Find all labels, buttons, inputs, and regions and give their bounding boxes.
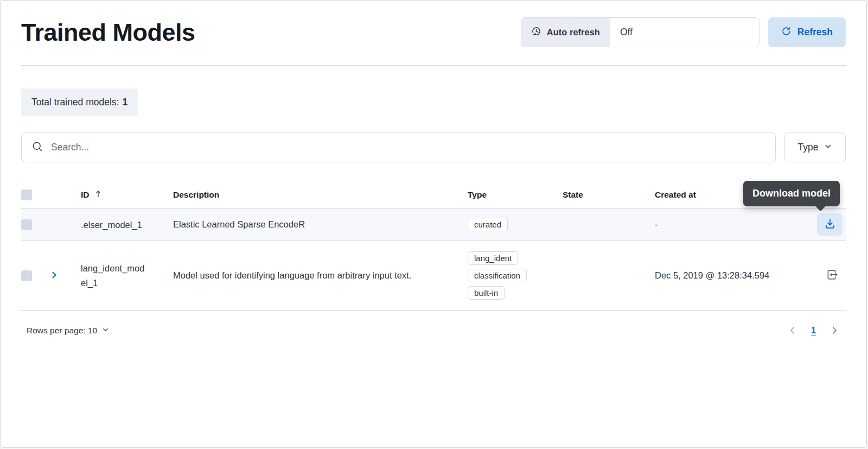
rows-per-page-button[interactable]: Rows per page: 10: [27, 326, 109, 336]
chevron-down-icon: [824, 142, 832, 153]
view-model-map-button[interactable]: [822, 266, 841, 286]
created-at-column-label: Created at: [655, 190, 696, 199]
total-models-label: Total trained models:: [31, 97, 119, 108]
model-id-cell: .elser_model_1: [81, 218, 173, 232]
chevron-right-icon: [49, 270, 59, 281]
type-column-label: Type: [468, 190, 487, 199]
page-number-1[interactable]: 1: [811, 326, 816, 336]
type-badge: classification: [468, 269, 527, 282]
header-checkbox-cell: [21, 189, 47, 200]
refresh-button[interactable]: Refresh: [768, 17, 846, 47]
total-models-value: 1: [122, 97, 127, 108]
download-model-button[interactable]: [817, 213, 843, 236]
table-footer: Rows per page: 10 1: [21, 325, 846, 336]
previous-page-button[interactable]: [787, 325, 798, 336]
row-expand-cell: [47, 268, 81, 283]
trained-models-page: Trained Models Auto refresh Off: [0, 0, 867, 448]
search-input[interactable]: [51, 142, 765, 153]
type-badge: built-in: [468, 286, 505, 300]
header-state-cell: State: [563, 190, 655, 200]
sort-by-id-header[interactable]: ID: [81, 189, 103, 200]
search-icon: [32, 141, 43, 154]
state-column-label: State: [563, 190, 583, 199]
type-filter-label: Type: [798, 142, 819, 153]
auto-refresh-value: Off: [620, 27, 633, 38]
model-id: lang_ident_model_1: [81, 263, 144, 287]
type-filter-button[interactable]: Type: [784, 132, 846, 162]
type-badge-stack: lang_ident classification built-in: [468, 251, 563, 300]
search-row: Type: [21, 132, 846, 162]
model-created-at: -: [655, 219, 658, 229]
next-page-button[interactable]: [829, 325, 840, 336]
tooltip-text: Download model: [752, 188, 831, 199]
type-badge: curated: [468, 218, 508, 231]
row-checkbox[interactable]: [21, 270, 32, 281]
model-description-cell: Elastic Learned Sparse EncodeR: [173, 215, 468, 234]
model-type-cell: curated: [468, 218, 563, 231]
refresh-label: Refresh: [797, 27, 833, 38]
header-id-cell: ID: [81, 189, 173, 200]
table-header-row: ID Description Type State: [21, 181, 846, 208]
trained-models-table: ID Description Type State: [21, 181, 846, 311]
refresh-icon: [781, 26, 792, 39]
header-description-cell: Description: [173, 190, 468, 200]
table-row: .elser_model_1 Elastic Learned Sparse En…: [21, 208, 846, 241]
auto-refresh-interval-input[interactable]: Off: [610, 18, 759, 47]
download-model-tooltip: Download model: [743, 181, 840, 206]
row-checkbox-cell: [21, 270, 47, 281]
chevron-down-icon: [102, 326, 109, 336]
model-created-at: Dec 5, 2019 @ 13:28:34.594: [655, 270, 769, 280]
arrow-up-icon: [94, 189, 103, 200]
clock-refresh-icon: [531, 26, 541, 39]
model-id: .elser_model_1: [81, 220, 142, 230]
total-models-badge: Total trained models: 1: [21, 88, 138, 116]
type-badge: lang_ident: [468, 251, 518, 265]
table-row: lang_ident_model_1 Model used for identi…: [21, 241, 846, 311]
row-checkbox-cell: [21, 219, 47, 230]
page-header: Trained Models Auto refresh Off: [1, 1, 866, 50]
map-icon: [825, 268, 838, 283]
pagination: 1: [787, 325, 840, 336]
search-box: [21, 132, 776, 162]
description-column-label: Description: [173, 190, 219, 199]
model-created-at-cell: -: [655, 219, 785, 230]
model-type-cell: lang_ident classification built-in: [468, 251, 563, 300]
auto-refresh-control: Auto refresh Off: [521, 17, 760, 47]
id-column-label: ID: [81, 190, 90, 200]
header-controls: Auto refresh Off Refresh: [521, 17, 846, 47]
row-checkbox[interactable]: [21, 219, 32, 230]
rows-per-page-label: Rows per page: 10: [27, 326, 97, 336]
auto-refresh-label: Auto refresh: [547, 27, 600, 37]
select-all-checkbox[interactable]: [21, 189, 32, 200]
model-description-cell: Model used for identifying language from…: [173, 266, 468, 285]
model-created-at-cell: Dec 5, 2019 @ 13:28:34.594: [655, 266, 785, 285]
page-title: Trained Models: [21, 15, 195, 50]
header-type-cell: Type: [468, 190, 563, 200]
header-divider: [21, 65, 846, 66]
auto-refresh-toggle[interactable]: Auto refresh: [521, 18, 610, 47]
model-actions-cell: [785, 266, 846, 286]
expand-row-button[interactable]: [47, 268, 61, 283]
model-id-cell: lang_ident_model_1: [81, 261, 173, 290]
model-description: Elastic Learned Sparse EncodeR: [173, 219, 305, 229]
model-description: Model used for identifying language from…: [173, 270, 411, 280]
model-actions-cell: [785, 213, 846, 236]
download-icon: [824, 218, 836, 231]
